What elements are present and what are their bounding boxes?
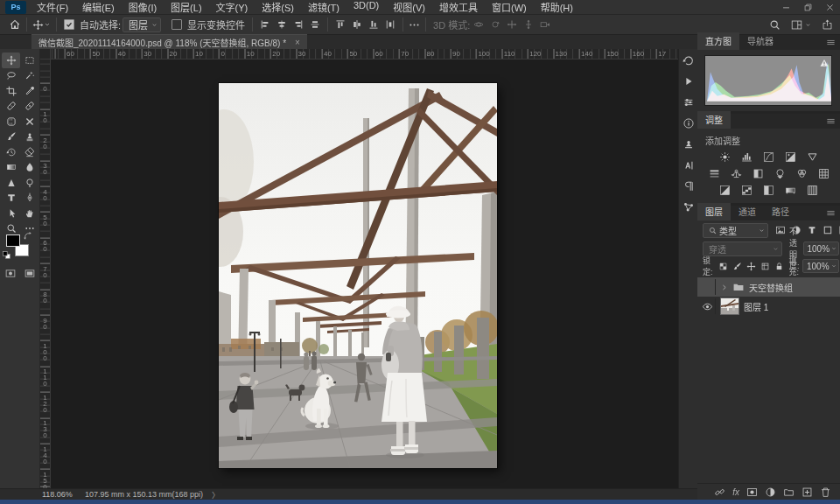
- adjustment-color-balance[interactable]: [729, 167, 743, 180]
- layer-row[interactable]: 图层 1: [697, 297, 840, 316]
- panel-button-properties[interactable]: [680, 94, 697, 110]
- adjustment-curves[interactable]: [762, 150, 776, 164]
- fill-value[interactable]: 100%: [802, 259, 839, 273]
- panel-button-paragraph[interactable]: [680, 178, 697, 194]
- menu-item[interactable]: 滤镜(T): [301, 0, 346, 14]
- layer-filter-dropdown[interactable]: 类型: [703, 223, 768, 238]
- panel-menu-icon[interactable]: [826, 116, 836, 126]
- opacity-value[interactable]: 100%: [803, 242, 840, 256]
- menu-item[interactable]: 编辑(E): [75, 0, 122, 14]
- new-adjustment-button[interactable]: [765, 486, 776, 498]
- status-zoom-level[interactable]: 118.06%: [42, 490, 73, 499]
- tool-eyedropper[interactable]: [20, 83, 38, 99]
- adjustment-gradient-map[interactable]: [784, 184, 798, 197]
- adjustment-posterize[interactable]: [740, 184, 754, 197]
- chevron-down-icon[interactable]: [44, 21, 51, 28]
- document-image[interactable]: [219, 83, 497, 468]
- adjustment-levels[interactable]: [740, 150, 754, 164]
- tab-channels[interactable]: 通道: [731, 203, 764, 220]
- lock-transparency-button[interactable]: [718, 262, 728, 271]
- tool-hand[interactable]: [20, 206, 38, 221]
- panel-menu-icon[interactable]: [826, 208, 836, 218]
- screen-mode-icon[interactable]: [24, 268, 36, 279]
- tool-blur[interactable]: [20, 160, 38, 176]
- move-tool-option-icon[interactable]: [32, 19, 44, 31]
- adjustment-selective-color[interactable]: [806, 184, 820, 197]
- pixel-filter-button[interactable]: [775, 225, 786, 235]
- lock-pixels-button[interactable]: [732, 262, 742, 271]
- panel-button-libraries[interactable]: [680, 200, 697, 215]
- tool-history-brush[interactable]: [2, 144, 20, 160]
- tool-spot-healing[interactable]: [2, 99, 20, 115]
- panel-button-actions-play[interactable]: [680, 74, 697, 89]
- chevron-right-icon[interactable]: [720, 284, 728, 291]
- minimize-icon[interactable]: [781, 3, 791, 12]
- share-icon[interactable]: [822, 19, 833, 31]
- tool-clone-stamp[interactable]: [20, 130, 38, 145]
- tool-eraser[interactable]: [20, 144, 38, 160]
- status-menu-chevron[interactable]: 〉: [212, 489, 220, 500]
- layer-row[interactable]: 天空替换组: [697, 277, 840, 297]
- workspace-icon[interactable]: [791, 19, 802, 31]
- menu-item[interactable]: 3D(D): [346, 0, 386, 14]
- tool-dodge[interactable]: [20, 175, 38, 191]
- menu-item[interactable]: 增效工具: [432, 0, 485, 14]
- search-icon[interactable]: [769, 19, 780, 31]
- lock-all-button[interactable]: [774, 262, 784, 271]
- more-options-icon[interactable]: [409, 19, 420, 31]
- panel-button-history-panel[interactable]: [680, 52, 697, 68]
- menu-item[interactable]: 文字(Y): [209, 0, 256, 14]
- visibility-toggle[interactable]: [699, 279, 716, 295]
- home-icon[interactable]: [9, 18, 21, 31]
- delete-layer-button[interactable]: [820, 486, 831, 498]
- panel-button-info[interactable]: [680, 116, 697, 131]
- adjustment-hue-saturation[interactable]: [707, 167, 721, 180]
- blend-mode-dropdown[interactable]: 穿透: [703, 242, 782, 256]
- tool-sharpen[interactable]: [2, 175, 20, 191]
- tab-close-icon[interactable]: ×: [295, 38, 300, 47]
- menu-item[interactable]: 图层(L): [164, 0, 208, 14]
- tool-brush[interactable]: [2, 130, 20, 145]
- adjustment-invert[interactable]: [718, 184, 732, 197]
- tool-pen[interactable]: [20, 191, 38, 206]
- tab-layers[interactable]: 图层: [697, 203, 731, 220]
- tool-content-aware-move[interactable]: [20, 114, 38, 130]
- tab-paths[interactable]: 路径: [764, 203, 797, 220]
- tool-gradient[interactable]: [2, 160, 20, 176]
- show-transform-checkbox[interactable]: [172, 19, 182, 30]
- visibility-toggle[interactable]: [699, 298, 716, 314]
- foreground-color-swatch[interactable]: [6, 234, 20, 247]
- ruler-corner[interactable]: [40, 49, 51, 60]
- histogram-warning-icon[interactable]: [819, 58, 830, 68]
- shape-filter-button[interactable]: [822, 225, 833, 235]
- new-group-button[interactable]: [783, 486, 794, 498]
- link-layers-button[interactable]: [714, 486, 725, 498]
- vertical-ruler[interactable]: 0102030405060708090100110120130140150160: [40, 60, 51, 488]
- tool-patch[interactable]: [2, 114, 20, 130]
- menu-item[interactable]: 图像(I): [122, 0, 164, 14]
- quick-mask-icon[interactable]: [4, 268, 17, 279]
- adjustment-exposure[interactable]: [784, 150, 798, 164]
- menu-item[interactable]: 选择(S): [255, 0, 301, 14]
- document-tab[interactable]: 微信截图_20201114164000.psd @ 118% (天空替换组, R…: [32, 34, 307, 49]
- tool-healing-brush[interactable]: [20, 99, 38, 115]
- swap-colors-icon[interactable]: [23, 231, 32, 241]
- adjustment-color-lookup[interactable]: [816, 167, 830, 180]
- panel-menu-icon[interactable]: [826, 38, 836, 47]
- new-layer-button[interactable]: [802, 486, 813, 498]
- lock-position-button[interactable]: [746, 262, 756, 271]
- tab-navigator[interactable]: 导航器: [739, 32, 781, 50]
- layer-style-button[interactable]: fx: [732, 487, 739, 497]
- auto-select-checkbox[interactable]: [64, 19, 74, 30]
- eye-icon[interactable]: [702, 301, 713, 312]
- lock-artboard-button[interactable]: [760, 262, 770, 271]
- tool-lasso[interactable]: [2, 68, 20, 84]
- auto-select-dropdown[interactable]: 图层: [122, 18, 161, 32]
- adjustment-brightness-contrast[interactable]: [718, 150, 732, 164]
- tab-histogram[interactable]: 直方图: [697, 32, 739, 50]
- tool-crop[interactable]: [2, 83, 20, 99]
- layer-thumbnail[interactable]: [720, 298, 739, 315]
- restore-icon[interactable]: [803, 3, 813, 12]
- type-filter-button[interactable]: [807, 225, 817, 235]
- adjustment-channel-mixer[interactable]: [794, 167, 808, 180]
